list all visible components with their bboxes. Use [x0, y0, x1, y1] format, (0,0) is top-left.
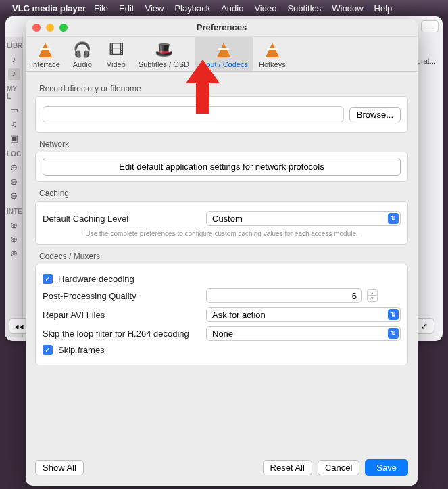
network-icon[interactable]: ⊕	[8, 177, 20, 189]
titlebar: Preferences	[26, 19, 418, 37]
podcast-icon[interactable]: ⊚	[8, 234, 20, 246]
chevron-down-icon[interactable]: ▾	[368, 296, 377, 301]
caching-level-select[interactable]: Custom ⇅	[206, 211, 401, 226]
zoom-icon[interactable]	[59, 24, 68, 32]
tab-label: Audio	[73, 60, 92, 68]
skip-frames-checkbox[interactable]: ✓	[43, 345, 53, 355]
hardware-decoding-label: Hardware decoding	[58, 274, 134, 284]
loop-filter-label: Skip the loop filter for H.264 decoding	[43, 329, 201, 339]
select-value: None	[212, 329, 233, 339]
menu-video[interactable]: Video	[254, 3, 276, 14]
select-value: Custom	[212, 214, 243, 224]
caching-hint: Use the complete preferences to configur…	[43, 230, 401, 237]
reset-all-button[interactable]: Reset All	[263, 460, 312, 475]
tab-input-codecs[interactable]: Input / Codecs	[195, 37, 253, 71]
minimize-icon[interactable]	[46, 24, 54, 32]
hardware-decoding-checkbox[interactable]: ✓	[43, 274, 53, 284]
cone-icon	[34, 40, 57, 60]
app-menu[interactable]: VLC media player	[12, 3, 86, 14]
caching-level-label: Default Caching Level	[43, 214, 201, 224]
save-button[interactable]: Save	[365, 459, 408, 476]
video-icon[interactable]: ▭	[8, 105, 20, 117]
menu-file[interactable]: File	[94, 3, 108, 14]
tab-label: Input / Codecs	[200, 60, 248, 68]
music-icon[interactable]: ♪	[8, 68, 20, 80]
menu-view[interactable]: View	[145, 3, 164, 14]
music-icon[interactable]: ♫	[8, 119, 20, 131]
music-icon[interactable]: ♪	[8, 54, 20, 66]
tab-label: Interface	[31, 60, 60, 68]
prefs-footer: Show All Reset All Cancel Save	[26, 452, 418, 486]
cone-icon	[261, 40, 284, 60]
skip-frames-label: Skip frames	[58, 345, 105, 355]
postproc-label: Post-Processing Quality	[43, 291, 201, 301]
tab-label: Hotkeys	[259, 60, 286, 68]
menu-help[interactable]: Help	[374, 3, 393, 14]
network-icon[interactable]: ⊕	[8, 191, 20, 203]
menu-window[interactable]: Window	[332, 3, 363, 14]
menubar: VLC media player File Edit View Playback…	[0, 0, 448, 16]
chevron-updown-icon: ⇅	[388, 309, 399, 320]
menu-subtitles[interactable]: Subtitles	[287, 3, 321, 14]
section-record: Record directory or filename	[39, 84, 408, 93]
sidebar-section: INTE	[5, 205, 22, 218]
repair-avi-select[interactable]: Ask for action ⇅	[206, 307, 401, 322]
tab-hotkeys[interactable]: Hotkeys	[253, 37, 291, 71]
postproc-stepper[interactable]: ▴▾	[367, 289, 378, 302]
film-icon: 🎞	[105, 40, 128, 60]
sidebar-section: LIBR	[5, 39, 22, 52]
tab-audio[interactable]: 🎧 Audio	[66, 37, 99, 71]
sidebar-section: LOC	[5, 147, 22, 160]
picture-icon[interactable]: ▣	[8, 133, 20, 145]
headphones-icon: 🎧	[71, 40, 94, 60]
network-protocols-button[interactable]: Edit default application settings for ne…	[43, 158, 401, 176]
section-codecs: Codecs / Muxers	[39, 252, 408, 261]
podcast-icon[interactable]: ⊚	[8, 248, 20, 260]
section-network: Network	[39, 139, 408, 149]
tab-video[interactable]: 🎞 Video	[99, 37, 133, 71]
tab-label: Video	[107, 60, 126, 68]
network-icon[interactable]: ⊕	[8, 162, 20, 174]
menu-edit[interactable]: Edit	[119, 3, 134, 14]
prefs-toolbar: Interface 🎧 Audio 🎞 Video 🎩 Subtitles / …	[26, 37, 418, 72]
cone-icon	[212, 40, 235, 60]
chevron-up-icon[interactable]: ▴	[368, 290, 377, 296]
prefs-content: Record directory or filename Browse... N…	[26, 72, 418, 452]
tab-subtitles[interactable]: 🎩 Subtitles / OSD	[133, 37, 195, 71]
show-all-button[interactable]: Show All	[35, 460, 84, 475]
menu-playback[interactable]: Playback	[174, 3, 210, 14]
chevron-updown-icon: ⇅	[388, 328, 399, 339]
loop-filter-select[interactable]: None ⇅	[206, 326, 401, 341]
close-icon[interactable]	[32, 24, 41, 32]
tab-label: Subtitles / OSD	[139, 60, 189, 68]
chevron-updown-icon: ⇅	[388, 213, 399, 224]
section-caching: Caching	[39, 189, 408, 198]
tab-interface[interactable]: Interface	[26, 37, 66, 71]
podcast-icon[interactable]: ⊚	[8, 220, 20, 232]
cancel-button[interactable]: Cancel	[318, 460, 359, 475]
repair-avi-label: Repair AVI Files	[43, 310, 201, 320]
search-input[interactable]	[421, 20, 439, 32]
select-value: Ask for action	[212, 310, 266, 320]
record-path-input[interactable]	[43, 106, 344, 122]
menu-audio[interactable]: Audio	[221, 3, 243, 14]
browse-button[interactable]: Browse...	[349, 107, 401, 122]
preferences-window: Preferences Interface 🎧 Audio 🎞 Video 🎩 …	[26, 19, 418, 486]
sidebar-section: MY L	[5, 83, 22, 103]
postproc-input[interactable]	[206, 288, 362, 303]
sidebar: LIBR ♪ ♪ MY L ▭ ♫ ▣ LOC ⊕ ⊕ ⊕ INTE ⊚ ⊚ ⊚	[5, 37, 23, 337]
subtitles-icon: 🎩	[152, 40, 175, 60]
window-title: Preferences	[197, 22, 247, 32]
